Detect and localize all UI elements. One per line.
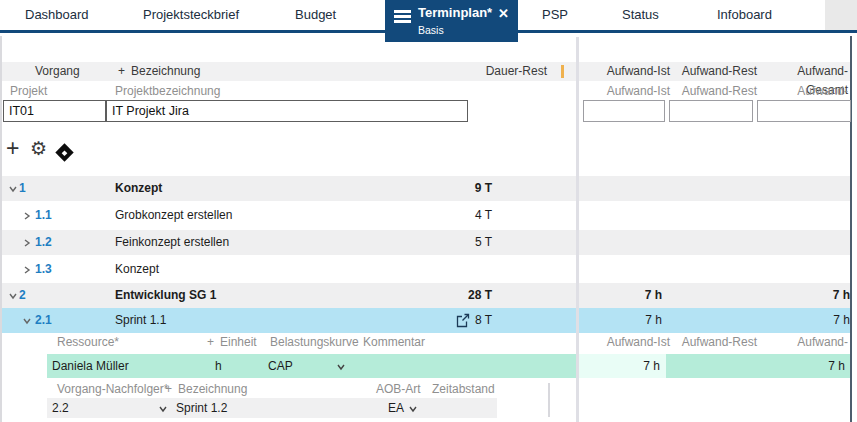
task-row-1[interactable]: 1 Konzept 9 T — [2, 176, 850, 201]
task-dauer-rest: 5 T — [420, 230, 492, 255]
col-header-aob-art[interactable]: AOB-Art — [376, 380, 421, 398]
task-number: 1.2 — [35, 230, 52, 255]
tab-terminplan-active[interactable]: Terminplan* ✕ Basis — [385, 0, 518, 42]
active-tab-subtitle: Basis — [418, 24, 444, 36]
tab-bar-end-filler — [825, 0, 857, 30]
project-aufwand-ist-label: Aufwand-Ist — [590, 82, 670, 100]
task-number: 1.1 — [35, 203, 52, 228]
hamburger-menu-icon[interactable] — [394, 10, 411, 23]
settings-gear-icon[interactable]: ⚙ — [30, 139, 47, 159]
task-aufwand-gesamt: 7 h — [762, 308, 850, 333]
col-header-bezeichnung[interactable]: Bezeichnung — [178, 380, 247, 398]
task-row-1-2[interactable]: 1.2 Feinkonzept erstellen 5 T — [2, 230, 850, 255]
active-tab-title: Terminplan* — [418, 5, 492, 20]
add-resource-plus-icon[interactable]: + — [207, 333, 214, 352]
col-header-kommentar[interactable]: Kommentar — [363, 333, 425, 352]
task-row-1-3[interactable]: 1.3 Konzept — [2, 257, 850, 282]
task-dauer-rest: 4 T — [420, 203, 492, 228]
task-dauer-rest: 28 T — [420, 283, 492, 308]
add-icon[interactable]: + — [6, 137, 19, 159]
col-header-bezeichnung[interactable]: Bezeichnung — [131, 62, 200, 81]
task-number: 2.1 — [35, 308, 52, 333]
mini-scrollbar[interactable] — [548, 383, 550, 417]
resource-belastungskurve-value[interactable]: CAP — [268, 354, 293, 378]
successor-bezeichnung: Sprint 1.2 — [176, 398, 227, 418]
col-header-aufwand-ist[interactable]: Aufwand-Ist — [590, 333, 670, 352]
task-row-1-1[interactable]: 1.1 Grobkonzept erstellen 4 T — [2, 203, 850, 228]
col-header-aufwand-rest[interactable]: Aufwand-Rest — [677, 62, 757, 81]
project-aufwand-ist-input[interactable] — [583, 100, 665, 122]
project-name-input[interactable] — [106, 100, 468, 122]
resource-einheit: h — [215, 354, 222, 378]
expander-chevron-down-icon[interactable] — [22, 316, 32, 326]
project-bezeichnung-label: Projektbezeichnung — [115, 82, 220, 100]
task-name: Grobkonzept erstellen — [115, 203, 232, 228]
tab-budget[interactable]: Budget — [295, 0, 336, 30]
col-header-vorgang[interactable]: Vorgang — [35, 62, 80, 81]
tab-projektsteckbrief[interactable]: Projektsteckbrief — [143, 0, 239, 30]
dropdown-chevron-icon[interactable] — [408, 404, 418, 414]
resource-row-daniela-mueller[interactable]: Daniela Müller h CAP 7 h 7 h — [47, 354, 850, 378]
col-header-einheit[interactable]: Einheit — [220, 333, 257, 352]
project-aufwand-rest-label: Aufwand-Rest — [677, 82, 757, 100]
tab-label: Budget — [295, 7, 336, 22]
task-row-2-1-selected[interactable]: 2.1 Sprint 1.1 8 T 7 h 7 h — [2, 308, 850, 333]
dropdown-chevron-icon[interactable] — [158, 404, 168, 414]
pane-divider[interactable] — [576, 37, 579, 422]
dropdown-chevron-icon[interactable] — [336, 362, 346, 372]
project-aufwand-rest-input[interactable] — [669, 100, 753, 122]
tab-label: Dashboard — [25, 7, 89, 22]
col-header-aufwand-rest[interactable]: Aufwand-Rest — [677, 333, 757, 352]
task-name: Konzept — [115, 257, 159, 282]
expander-chevron-right-icon[interactable] — [22, 265, 32, 275]
expander-chevron-right-icon[interactable] — [22, 238, 32, 248]
project-label-row: Projekt Projektbezeichnung Aufwand-Ist A… — [2, 82, 850, 100]
add-column-plus-icon[interactable]: + — [118, 62, 125, 81]
expander-chevron-down-icon[interactable] — [8, 291, 18, 301]
resource-aufwand-gesamt: 7 h — [760, 354, 845, 378]
expander-chevron-down-icon[interactable] — [8, 184, 18, 194]
successor-table-header: Vorgang-Nachfolger* + Bezeichnung AOB-Ar… — [2, 380, 850, 398]
successor-id-value[interactable]: 2.2 — [52, 398, 69, 418]
task-aufwand-gesamt: 7 h — [762, 283, 850, 308]
col-header-belastungskurve[interactable]: Belastungskurve — [270, 333, 359, 352]
project-id-input[interactable] — [3, 100, 106, 122]
col-header-zeitabstand[interactable]: Zeitabstand — [432, 380, 495, 398]
tab-label: PSP — [542, 7, 568, 22]
table-header-row: Vorgang + Bezeichnung Dauer-Rest Aufwand… — [2, 62, 850, 81]
project-aufwand-gesamt-input[interactable] — [757, 100, 851, 122]
close-tab-icon[interactable]: ✕ — [498, 6, 509, 21]
task-dauer-rest: 9 T — [420, 176, 492, 201]
col-header-dauer-rest[interactable]: Dauer-Rest — [447, 62, 547, 81]
tab-status[interactable]: Status — [622, 0, 659, 30]
task-name: Konzept — [115, 176, 162, 201]
expander-chevron-right-icon[interactable] — [22, 211, 32, 221]
tab-label: Infoboard — [717, 7, 772, 22]
successor-aob-art-value[interactable]: EA — [388, 398, 404, 418]
col-header-aufwand-ist[interactable]: Aufwand-Ist — [590, 62, 670, 81]
tab-infoboard[interactable]: Infoboard — [717, 0, 772, 30]
resource-name: Daniela Müller — [52, 354, 129, 378]
project-app-window: Dashboard Projektsteckbrief Budget PSP S… — [0, 0, 857, 422]
col-header-ressource[interactable]: Ressource* — [57, 333, 119, 352]
tab-dashboard[interactable]: Dashboard — [25, 0, 89, 30]
task-number: 1.3 — [35, 257, 52, 282]
task-aufwand-ist: 7 h — [580, 308, 662, 333]
col-header-vorgang-nachfolger[interactable]: Vorgang-Nachfolger* — [57, 380, 168, 398]
tab-label: Status — [622, 7, 659, 22]
resource-aufwand-ist: 7 h — [582, 354, 660, 378]
tab-psp[interactable]: PSP — [542, 0, 568, 30]
task-name: Sprint 1.1 — [115, 308, 166, 333]
tab-label: Projektsteckbrief — [143, 7, 239, 22]
task-number: 2 — [19, 283, 26, 308]
resource-table-header: Ressource* + Einheit Belastungskurve Kom… — [2, 333, 850, 352]
task-row-2[interactable]: 2 Entwicklung SG 1 28 T 7 h 7 h — [2, 283, 850, 308]
add-successor-plus-icon[interactable]: + — [165, 380, 172, 398]
task-name: Entwicklung SG 1 — [115, 283, 216, 308]
column-marker — [561, 65, 564, 78]
content-right-border — [850, 36, 852, 422]
task-name: Feinkonzept erstellen — [115, 230, 229, 255]
successor-row[interactable]: 2.2 Sprint 1.2 EA — [47, 398, 497, 418]
milestone-diamond-icon[interactable] — [55, 143, 73, 161]
task-aufwand-ist: 7 h — [580, 283, 662, 308]
